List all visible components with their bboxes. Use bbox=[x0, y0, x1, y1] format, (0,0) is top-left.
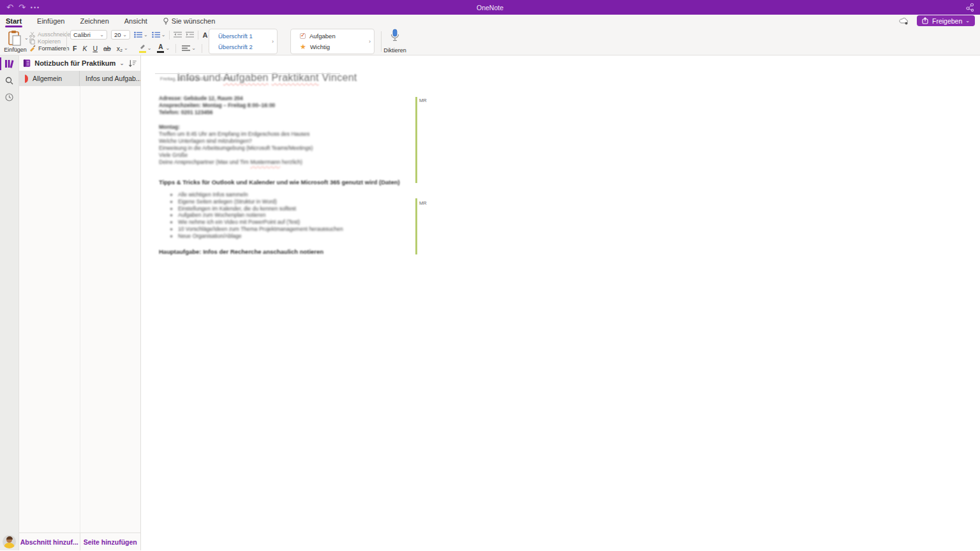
page-item-label: Infos und Aufgab... bbox=[85, 75, 140, 82]
font-size-value: 20 bbox=[114, 31, 121, 38]
note-line-with-squiggle: Deine Ansprechpartner (Max und Tim Muste… bbox=[159, 159, 313, 166]
underline-button[interactable]: U bbox=[93, 45, 98, 52]
add-page-button[interactable]: Seite hinzufügen bbox=[80, 533, 141, 550]
subscript-label: x₂ bbox=[117, 45, 122, 52]
date-text: Freitag, 26. Juni 2020 bbox=[160, 76, 207, 82]
lightbulb-icon bbox=[163, 17, 169, 25]
bullet-item: Wie nehme ich ein Video mit PowerPoint a… bbox=[178, 219, 343, 226]
title-divider bbox=[155, 73, 340, 74]
note-heading[interactable]: Tipps & Tricks für Outlook und Kalender … bbox=[159, 179, 400, 186]
note-line-bold: Montag: bbox=[159, 124, 313, 131]
bold-button[interactable]: F bbox=[73, 45, 77, 52]
ribbon: Start Einfügen Zeichnen Ansicht Sie wüns… bbox=[0, 15, 980, 55]
cut-label: Ausschneiden bbox=[38, 31, 74, 38]
format-painter-icon bbox=[29, 45, 36, 52]
font-color-button[interactable]: A ⌄ bbox=[157, 44, 170, 53]
copy-button[interactable]: Kopieren bbox=[29, 38, 61, 45]
ribbon-tab-row: Start Einfügen Zeichnen Ansicht Sie wüns… bbox=[0, 15, 980, 27]
page-date: Freitag, 26. Juni 202013:45 bbox=[160, 76, 246, 82]
note-line: Treffen um 8:45 Uhr am Empfang im Erdges… bbox=[159, 131, 313, 138]
note-line: Einweisung in die Arbeitsumgebung (Micro… bbox=[159, 145, 313, 152]
star-icon: ★ bbox=[300, 43, 306, 50]
tag-important[interactable]: ★ Wichtig bbox=[300, 43, 365, 50]
bullet-list-button[interactable]: ⌄ bbox=[134, 31, 148, 38]
cut-button[interactable]: Ausschneiden bbox=[29, 31, 74, 38]
note-line: Ansprechzeiten: Montag – Freitag 8:00–16… bbox=[159, 102, 275, 109]
panel-bottom-bar: Abschnitt hinzuf... Seite hinzufügen bbox=[19, 533, 140, 550]
styles-gallery: Überschrift 1 Überschrift 2 › bbox=[209, 29, 278, 54]
note-block-monday[interactable]: Montag: Treffen um 8:45 Uhr am Empfang i… bbox=[159, 124, 313, 166]
misspelled-word: Mustermann bbox=[250, 159, 280, 165]
indent-button[interactable] bbox=[186, 31, 194, 38]
section-label: Allgemein bbox=[33, 75, 62, 82]
bullet-item: Einstellungen im Kalender, die du kennen… bbox=[178, 205, 343, 212]
search-icon bbox=[5, 77, 13, 85]
note-block-contact[interactable]: Adresse: Gebäude 12, Raum 204Ansprechzei… bbox=[159, 95, 275, 116]
font-group: Calibri ⌄ 20 ⌄ ⌄ bbox=[70, 29, 214, 54]
microphone-icon bbox=[390, 29, 400, 43]
share-button[interactable]: Freigeben ⌄ bbox=[917, 15, 975, 26]
paste-button[interactable] bbox=[6, 30, 23, 48]
add-section-button[interactable]: Abschnitt hinzuf... bbox=[19, 533, 80, 550]
recent-notes-button[interactable] bbox=[0, 89, 19, 105]
subscript-button[interactable]: x₂⌄ bbox=[117, 45, 128, 52]
tab-einfuegen[interactable]: Einfügen bbox=[36, 16, 65, 26]
tag-todo[interactable]: Aufgaben bbox=[300, 33, 365, 40]
app-title: OneNote bbox=[0, 4, 980, 11]
notebooks-nav-button[interactable] bbox=[0, 55, 19, 72]
tab-start[interactable]: Start bbox=[5, 16, 22, 26]
strikethrough-button[interactable]: ab bbox=[103, 45, 111, 52]
outdent-button[interactable] bbox=[174, 31, 182, 38]
page-item-infos[interactable]: Infos und Aufgab... bbox=[80, 71, 140, 86]
style-heading2[interactable]: Überschrift 2 bbox=[218, 43, 268, 50]
note-footer-line[interactable]: Hauptaufgabe: Infos der Recherche anscha… bbox=[159, 248, 323, 255]
nav-rail bbox=[0, 55, 19, 550]
tab-tell-me[interactable]: Sie wünschen bbox=[162, 16, 216, 26]
style-heading1[interactable]: Überschrift 1 bbox=[218, 33, 268, 40]
tags-expand-chevron[interactable]: › bbox=[369, 38, 371, 45]
align-icon bbox=[182, 45, 190, 52]
styles-expand-chevron[interactable]: › bbox=[272, 38, 274, 45]
notebook-header[interactable]: Notizbuch für Praktikum ⌄ bbox=[19, 55, 140, 71]
notebook-panel: Notizbuch für Praktikum ⌄ Allgemein bbox=[19, 55, 141, 550]
font-color-icon: A bbox=[157, 44, 164, 53]
bullet-list-icon bbox=[134, 31, 142, 38]
app-titlebar: ↶ ↷ ••• OneNote bbox=[0, 0, 980, 15]
font-size-select[interactable]: 20 ⌄ bbox=[111, 30, 130, 40]
selected-row: Allgemein Infos und Aufgab... bbox=[19, 71, 140, 86]
font-family-value: Calibri bbox=[73, 31, 91, 38]
sort-icon[interactable] bbox=[128, 59, 137, 68]
dictate-label: Diktieren bbox=[383, 47, 407, 54]
search-nav-button[interactable] bbox=[0, 72, 19, 89]
page-canvas[interactable]: Infos und Aufgaben Praktikant Vincent Fr… bbox=[141, 55, 980, 550]
scissors-icon bbox=[29, 32, 35, 38]
tab-ansicht[interactable]: Ansicht bbox=[124, 16, 148, 26]
clock-icon bbox=[5, 93, 13, 101]
notebook-chevron-down-icon: ⌄ bbox=[119, 60, 124, 66]
notebook-icon bbox=[23, 59, 31, 68]
note-bullet-list[interactable]: Alle wichtigen Infos sammelnEigene Seite… bbox=[170, 191, 343, 240]
tab-tell-me-label: Sie wünschen bbox=[172, 17, 216, 25]
italic-button[interactable]: K bbox=[82, 45, 87, 52]
highlighter-button[interactable]: ⌄ bbox=[139, 44, 152, 53]
tab-zeichnen[interactable]: Zeichnen bbox=[80, 16, 110, 26]
notebooks-icon bbox=[4, 59, 14, 68]
share-icon bbox=[922, 17, 929, 24]
author-initials-badge: MR bbox=[419, 200, 427, 206]
font-family-select[interactable]: Calibri ⌄ bbox=[70, 30, 107, 40]
paste-label: Einfügen bbox=[4, 47, 27, 53]
note-line: Adresse: Gebäude 12, Raum 204 bbox=[159, 95, 275, 102]
paste-dropdown-chevron[interactable]: ⌄ bbox=[24, 35, 29, 41]
account-share-icon[interactable] bbox=[965, 3, 975, 15]
format-painter-button[interactable]: Formatieren bbox=[29, 45, 70, 52]
section-item-allgemein[interactable]: Allgemein bbox=[19, 71, 80, 86]
alignment-button[interactable]: ⌄ bbox=[182, 45, 196, 52]
numbered-list-button[interactable]: ⌄ bbox=[152, 31, 166, 38]
user-avatar[interactable] bbox=[3, 535, 16, 548]
tag-todo-label: Aufgaben bbox=[309, 33, 336, 40]
note-line: Welche Unterlagen sind mitzubringen? bbox=[159, 138, 313, 145]
dictate-button[interactable]: Diktieren bbox=[383, 29, 407, 54]
bullet-item: Aufgaben zum Wochenplan notieren bbox=[178, 212, 343, 219]
bullet-item: Neue Organisation/Ablage bbox=[178, 233, 343, 240]
sync-status-cloud-icon[interactable] bbox=[899, 17, 909, 25]
